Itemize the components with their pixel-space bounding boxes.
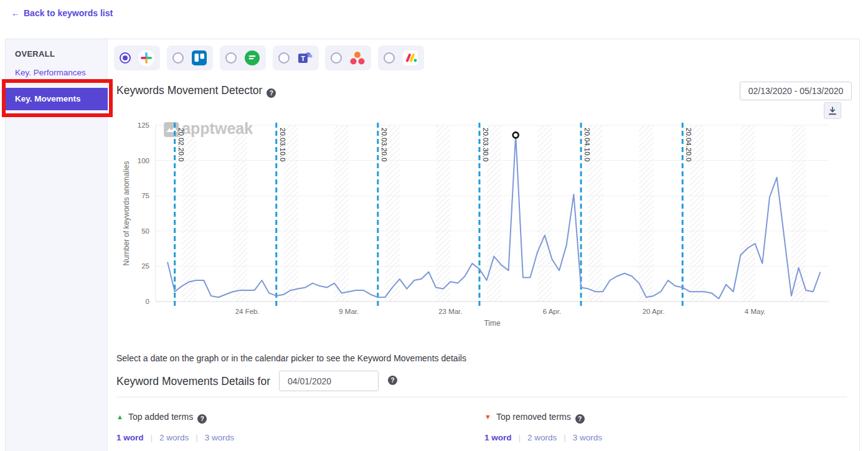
app-version-label: 20.03.20.0 bbox=[380, 128, 388, 161]
sidebar: OVERALL Key. Performances Key. Movements bbox=[6, 39, 108, 451]
details-date-input[interactable] bbox=[279, 371, 379, 391]
top-removed-terms-label: Top removed terms bbox=[496, 412, 571, 422]
tab-separator: | bbox=[519, 433, 521, 442]
app-version-label: 20.03.10.0 bbox=[279, 128, 286, 161]
app-version-label: 20.03.30.0 bbox=[482, 128, 489, 161]
svg-text:75: 75 bbox=[141, 192, 149, 199]
keywords-movement-chart[interactable]: 0255075100125apptweak20.02.20.020.03.10.… bbox=[115, 115, 856, 333]
x-tick-label: 9 Mar. bbox=[339, 308, 359, 315]
svg-text:125: 125 bbox=[138, 121, 149, 129]
sidebar-item-key-movements[interactable]: Key. Movements bbox=[6, 88, 108, 110]
chat-bubble-icon bbox=[244, 50, 260, 66]
svg-text:50: 50 bbox=[141, 227, 149, 235]
back-to-keywords-link[interactable]: ←Back to keywords list bbox=[11, 8, 113, 18]
download-icon bbox=[828, 107, 837, 115]
page-title-text: Keywords Movement Detector bbox=[116, 84, 262, 97]
weekend-band bbox=[791, 125, 806, 301]
added-terms-word-tabs: 1 word|2 words|3 words bbox=[116, 433, 234, 442]
app-version-label: 20.04.10.0 bbox=[583, 128, 591, 161]
top-added-terms-section: ▲Top added terms? 1 word|2 words|3 words bbox=[116, 412, 207, 424]
sidebar-section-title: OVERALL bbox=[15, 49, 55, 59]
word-tab-2-words[interactable]: 2 words bbox=[527, 433, 557, 442]
x-tick-label: 23 Mar. bbox=[438, 308, 462, 315]
details-title: Keyword Movements Details for bbox=[116, 375, 270, 388]
app-filter-teams[interactable]: T bbox=[273, 45, 319, 70]
help-icon[interactable]: ? bbox=[388, 376, 397, 385]
monday-icon bbox=[402, 50, 418, 66]
y-axis-title: Number of keywords anomalies bbox=[122, 161, 131, 265]
weekend-band bbox=[537, 125, 552, 301]
radio-button[interactable] bbox=[172, 52, 184, 64]
app-filter-slack[interactable] bbox=[114, 45, 160, 70]
app-version-label: 20.04.20.0 bbox=[685, 128, 692, 161]
svg-text:T: T bbox=[301, 55, 305, 62]
app-filter-chat[interactable] bbox=[220, 45, 266, 70]
slack-icon bbox=[138, 50, 154, 66]
top-added-terms-label: Top added terms bbox=[128, 412, 193, 422]
weekend-band bbox=[233, 125, 247, 301]
svg-text:apptweak: apptweak bbox=[182, 120, 253, 137]
date-range-input[interactable] bbox=[740, 82, 852, 100]
app-filter-monday[interactable] bbox=[378, 45, 424, 70]
back-link-label: Back to keywords list bbox=[24, 8, 113, 18]
asana-icon bbox=[349, 50, 366, 66]
word-tab-2-words[interactable]: 2 words bbox=[159, 433, 189, 442]
weekend-band bbox=[639, 125, 653, 301]
help-icon[interactable]: ? bbox=[197, 414, 207, 424]
radio-button[interactable] bbox=[225, 52, 237, 64]
trello-icon bbox=[191, 50, 207, 66]
weekend-band bbox=[334, 125, 349, 301]
x-tick-label: 24 Feb. bbox=[235, 308, 260, 315]
app-version-label: 20.02.20.0 bbox=[177, 128, 185, 161]
weekend-band bbox=[436, 125, 450, 301]
app-filter-asana[interactable] bbox=[325, 45, 371, 70]
tab-separator: | bbox=[196, 433, 198, 442]
word-tab-1-word[interactable]: 1 word bbox=[484, 433, 512, 442]
x-tick-label: 6 Apr. bbox=[543, 308, 561, 315]
triangle-up-icon: ▲ bbox=[116, 413, 123, 420]
left-arrow-icon: ← bbox=[11, 8, 20, 18]
radio-button[interactable] bbox=[278, 52, 290, 64]
word-tab-3-words[interactable]: 3 words bbox=[573, 433, 602, 442]
sidebar-item-key-performances[interactable]: Key. Performances bbox=[15, 68, 108, 77]
x-axis-title: Time bbox=[484, 319, 501, 328]
radio-button[interactable] bbox=[120, 52, 131, 64]
radio-button[interactable] bbox=[384, 52, 395, 64]
tab-separator: | bbox=[564, 433, 566, 442]
top-added-terms-header: ▲Top added terms? bbox=[116, 412, 207, 424]
radio-button[interactable] bbox=[331, 52, 342, 64]
x-tick-label: 20 Apr. bbox=[643, 308, 665, 315]
top-removed-terms-header: ▼Top removed terms? bbox=[484, 412, 585, 424]
teams-icon: T bbox=[297, 50, 313, 66]
app-filter-trello[interactable] bbox=[167, 45, 213, 70]
word-tab-1-word[interactable]: 1 word bbox=[116, 433, 144, 442]
select-date-hint: Select a date on the graph or in the cal… bbox=[116, 353, 466, 363]
apptweak-watermark: apptweak bbox=[164, 120, 253, 137]
page-title: Keywords Movement Detector? bbox=[116, 84, 276, 98]
top-removed-terms-section: ▼Top removed terms? 1 word|2 words|3 wor… bbox=[484, 412, 585, 424]
triangle-down-icon: ▼ bbox=[484, 413, 491, 420]
help-icon[interactable]: ? bbox=[267, 88, 276, 98]
removed-terms-word-tabs: 1 word|2 words|3 words bbox=[484, 433, 602, 442]
svg-text:0: 0 bbox=[146, 298, 149, 305]
svg-text:25: 25 bbox=[141, 262, 149, 270]
x-tick-label: 4 May. bbox=[745, 308, 766, 315]
selected-point-marker[interactable] bbox=[513, 132, 519, 138]
word-tab-3-words[interactable]: 3 words bbox=[205, 433, 234, 442]
help-icon[interactable]: ? bbox=[575, 414, 585, 424]
section-divider bbox=[116, 397, 847, 397]
weekend-band bbox=[740, 125, 755, 301]
tab-separator: | bbox=[151, 433, 153, 442]
svg-text:100: 100 bbox=[138, 157, 149, 164]
